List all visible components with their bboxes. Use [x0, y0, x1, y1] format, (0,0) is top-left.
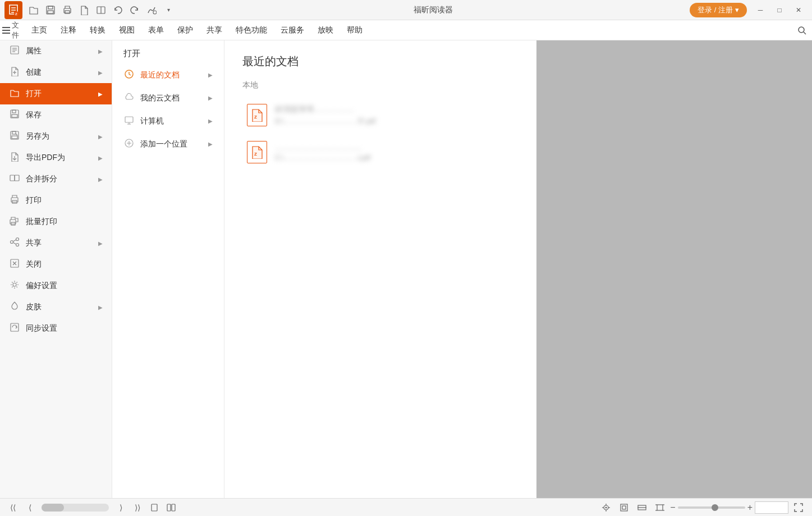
- save-btn[interactable]: [43, 2, 58, 18]
- sidebar-item-properties[interactable]: 属性 ▶: [0, 40, 112, 62]
- file-icon-1: Z: [247, 104, 267, 126]
- merge-label: 合并拆分: [26, 174, 57, 184]
- submenu-item-recent[interactable]: 最近的文档 ▶: [112, 63, 224, 86]
- saveas-arrow: ▶: [98, 134, 103, 140]
- close-button[interactable]: ✕: [790, 2, 808, 18]
- file-item-1[interactable]: Z 好消息等等…………… D:\……………………………字.pdf: [242, 98, 519, 132]
- fit-width-btn[interactable]: [634, 500, 650, 515]
- sidebar-item-save[interactable]: 保存: [0, 104, 112, 126]
- sidebar-item-print[interactable]: 打印: [0, 190, 112, 211]
- zoom-slider[interactable]: − +: [670, 503, 753, 513]
- skin-icon: [9, 301, 20, 313]
- menu-share[interactable]: 共享: [200, 23, 229, 38]
- page-scrollbar-thumb: [42, 504, 64, 512]
- new-doc-btn[interactable]: [76, 2, 92, 18]
- file-item-2[interactable]: Z …………………………… C:\……………………………i.pdf: [242, 135, 519, 169]
- sidebar-item-close[interactable]: 关闭: [0, 254, 112, 275]
- add-location-arrow: ▶: [208, 141, 213, 147]
- single-page-btn[interactable]: [147, 500, 162, 515]
- menu-form[interactable]: 表单: [141, 23, 171, 38]
- view-mode-btn[interactable]: [598, 500, 614, 515]
- svg-rect-7: [48, 6, 53, 9]
- app-title: 福昕阅读器: [414, 5, 453, 15]
- toolbar-icons: ▾: [26, 2, 176, 18]
- batch-print-icon: [9, 216, 20, 228]
- page-prev-btn[interactable]: ⟨: [22, 500, 37, 515]
- print-btn[interactable]: [59, 2, 75, 18]
- zoom-value-box[interactable]: [755, 501, 788, 514]
- zoom-out-btn[interactable]: −: [670, 503, 675, 513]
- convert-btn[interactable]: [93, 2, 109, 18]
- sidebar-item-sync[interactable]: 同步设置: [0, 318, 112, 339]
- export-arrow: ▶: [98, 155, 103, 161]
- svg-text:Z: Z: [254, 115, 257, 120]
- file-info-2: …………………………… C:\……………………………i.pdf: [275, 143, 370, 162]
- page-start-btn[interactable]: ⟨⟨: [6, 500, 20, 515]
- properties-arrow: ▶: [98, 48, 103, 54]
- page-end-btn[interactable]: ⟩⟩: [130, 500, 145, 515]
- minimize-button[interactable]: ─: [751, 2, 769, 18]
- properties-icon: [9, 45, 20, 57]
- sidebar-item-batch-print[interactable]: 批量打印: [0, 211, 112, 232]
- submenu-header: 打开: [112, 40, 224, 63]
- share-arrow: ▶: [98, 240, 103, 246]
- sidebar-item-preferences[interactable]: 偏好设置: [0, 275, 112, 296]
- svg-point-38: [11, 241, 13, 244]
- menu-annotation[interactable]: 注释: [54, 23, 83, 38]
- open-folder-btn[interactable]: [26, 2, 42, 18]
- dropdown-btn[interactable]: ▾: [160, 2, 176, 18]
- sidebar-item-skin[interactable]: 皮肤 ▶: [0, 296, 112, 318]
- sidebar-item-create[interactable]: 创建 ▶: [0, 62, 112, 83]
- sign-btn[interactable]: [144, 2, 159, 18]
- maximize-button[interactable]: □: [770, 2, 788, 18]
- sidebar-item-export[interactable]: 导出PDF为 ▶: [0, 147, 112, 168]
- cloud-label: 我的云文档: [140, 93, 180, 103]
- create-arrow: ▶: [98, 70, 103, 76]
- redo-btn[interactable]: [127, 2, 143, 18]
- login-button[interactable]: 登录 / 注册 ▾: [690, 3, 747, 17]
- sidebar-item-share[interactable]: 共享 ▶: [0, 232, 112, 254]
- svg-rect-45: [11, 323, 19, 331]
- titlebar-right: 登录 / 注册 ▾ ─ □ ✕: [690, 2, 808, 18]
- search-button[interactable]: [794, 22, 810, 38]
- submenu-item-cloud[interactable]: 我的云文档 ▶: [112, 86, 224, 109]
- share-label: 共享: [26, 238, 42, 248]
- submenu-item-add-location[interactable]: 添加一个位置 ▶: [112, 133, 224, 156]
- svg-rect-65: [622, 506, 626, 509]
- facing-page-btn[interactable]: [164, 500, 178, 515]
- menu-protect[interactable]: 保护: [171, 23, 200, 38]
- sidebar-item-open[interactable]: 打开 ▶: [0, 83, 112, 104]
- svg-text:Z: Z: [15, 12, 17, 16]
- fullscreen-btn[interactable]: [791, 500, 806, 515]
- menu-home[interactable]: 主页: [25, 23, 54, 38]
- page-scrollbar[interactable]: [42, 504, 109, 512]
- hamburger-icon: [2, 27, 10, 34]
- export-icon: [9, 152, 20, 164]
- gray-area: [536, 40, 813, 498]
- hamburger-menu[interactable]: 文件: [2, 21, 25, 39]
- page-next-btn[interactable]: ⟩: [113, 500, 128, 515]
- menu-convert[interactable]: 转换: [83, 23, 112, 38]
- svg-rect-64: [621, 504, 627, 511]
- svg-line-15: [804, 32, 806, 34]
- sidebar: 属性 ▶ 创建 ▶ 打开 ▶ 保存 另存为: [0, 40, 112, 498]
- file-info-1: 好消息等等…………… D:\……………………………字.pdf: [275, 104, 375, 126]
- skin-label: 皮肤: [26, 302, 42, 312]
- menu-help[interactable]: 帮助: [340, 23, 369, 38]
- menu-special[interactable]: 特色功能: [229, 23, 274, 38]
- menu-cloud[interactable]: 云服务: [274, 23, 311, 38]
- svg-point-44: [13, 283, 16, 286]
- computer-arrow: ▶: [208, 118, 213, 124]
- menu-view[interactable]: 视图: [112, 23, 141, 38]
- sidebar-item-saveas[interactable]: 另存为 ▶: [0, 126, 112, 147]
- sync-icon: [9, 322, 20, 335]
- submenu-item-computer[interactable]: 计算机 ▶: [112, 109, 224, 133]
- sidebar-item-merge[interactable]: 合并拆分 ▶: [0, 168, 112, 190]
- merge-icon: [9, 173, 20, 185]
- cloud-arrow: ▶: [208, 95, 213, 101]
- undo-btn[interactable]: [110, 2, 126, 18]
- fit-page-btn[interactable]: [616, 500, 632, 515]
- actual-size-btn[interactable]: [652, 500, 668, 515]
- menu-slideshow[interactable]: 放映: [311, 23, 340, 38]
- zoom-in-btn[interactable]: +: [747, 503, 753, 513]
